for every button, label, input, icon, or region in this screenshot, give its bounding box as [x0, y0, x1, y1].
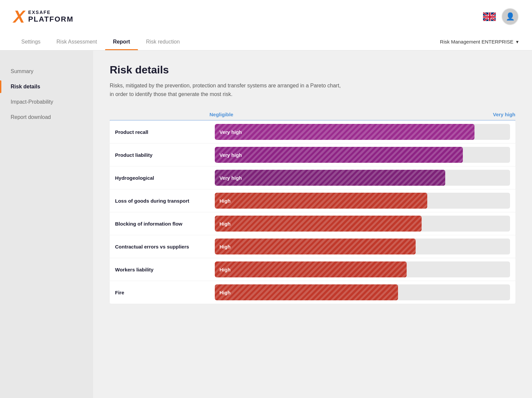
row-label-workers-liability: Workers liability — [115, 267, 215, 272]
nav-left: Settings Risk Assessment Report Risk red… — [13, 33, 188, 50]
bar-wrapper: High — [215, 239, 510, 254]
logo-area: X EXSAFE PLATFORM — [13, 8, 73, 25]
row-label-contractual-errors: Contractual errors vs suppliers — [115, 244, 215, 249]
bar-label-loss-goods: High — [219, 198, 230, 204]
logo-exsafe-label: EXSAFE — [28, 10, 74, 15]
chart-row: Contractual errors vs suppliers High — [110, 235, 515, 258]
bar-wrapper: High — [215, 284, 510, 300]
chart-row: Blocking of information flow High — [110, 212, 515, 235]
bar-wrapper: Very high — [215, 124, 510, 140]
sidebar: Summary Risk details Impact-Probability … — [0, 50, 93, 398]
row-label-loss-goods: Loss of goods during transport — [115, 198, 215, 204]
bar-blocking-info: High — [215, 216, 422, 232]
sidebar-item-report-download[interactable]: Report download — [0, 110, 93, 125]
chart-row: Product recall Very high — [110, 121, 515, 144]
bar-area-product-liability: Very high — [215, 147, 510, 163]
chart-row: Workers liability High — [110, 258, 515, 281]
row-label-fire: Fire — [115, 290, 215, 295]
header-right: 👤 — [483, 8, 519, 25]
axis-label-right: Very high — [493, 112, 515, 117]
bar-area-contractual-errors: High — [215, 239, 510, 254]
logo-x-icon: X — [13, 8, 25, 25]
content-area: Risk details Risks, mitigated by the pre… — [93, 50, 532, 398]
row-label-blocking-info: Blocking of information flow — [115, 221, 215, 227]
nav-item-report[interactable]: Report — [105, 33, 138, 50]
chart-row: Hydrogeological Very high — [110, 166, 515, 189]
bar-wrapper: High — [215, 216, 510, 232]
row-label-product-liability: Product liability — [115, 152, 215, 158]
bar-wrapper: Very high — [215, 147, 510, 163]
chart-row: Fire High — [110, 281, 515, 304]
bar-wrapper: High — [215, 261, 510, 277]
main-layout: Summary Risk details Impact-Probability … — [0, 50, 532, 398]
row-label-product-recall: Product recall — [115, 129, 215, 135]
bar-label-product-liability: Very high — [219, 152, 242, 158]
nav-item-risk-reduction[interactable]: Risk reduction — [138, 33, 188, 50]
bar-area-product-recall: Very high — [215, 124, 510, 140]
enterprise-dropdown[interactable]: Risk Management ENTERPRISE — [440, 39, 519, 45]
bar-contractual-errors: High — [215, 239, 416, 254]
axis-label-left: Negligible — [209, 112, 233, 117]
logo-text: EXSAFE PLATFORM — [28, 10, 74, 23]
page-title: Risk details — [110, 64, 515, 76]
bar-area-hydrogeological: Very high — [215, 170, 510, 186]
sidebar-item-impact-probability[interactable]: Impact-Probability — [0, 94, 93, 110]
bar-product-recall: Very high — [215, 124, 474, 140]
language-flag-icon[interactable] — [483, 12, 496, 21]
row-label-hydrogeological: Hydrogeological — [115, 175, 215, 181]
chart-row: Product liability Very high — [110, 144, 515, 166]
header: X EXSAFE PLATFORM 👤 — [0, 0, 532, 33]
enterprise-label: Risk Management ENTERPRISE — [440, 39, 513, 45]
bar-loss-goods: High — [215, 193, 427, 209]
bar-workers-liability: High — [215, 261, 407, 277]
nav: Settings Risk Assessment Report Risk red… — [0, 33, 532, 50]
bar-label-workers-liability: High — [219, 267, 230, 272]
bar-hydrogeological: Very high — [215, 170, 445, 186]
bar-label-contractual-errors: High — [219, 244, 230, 249]
bar-label-blocking-info: High — [219, 221, 230, 227]
chart-row: Loss of goods during transport High — [110, 189, 515, 212]
bar-area-workers-liability: High — [215, 261, 510, 277]
bar-area-blocking-info: High — [215, 216, 510, 232]
bar-label-fire: High — [219, 290, 230, 295]
nav-item-settings[interactable]: Settings — [13, 33, 49, 50]
bar-fire: High — [215, 284, 398, 300]
logo-platform-label: PLATFORM — [28, 15, 74, 23]
bar-product-liability: Very high — [215, 147, 463, 163]
bar-wrapper: High — [215, 193, 510, 209]
sidebar-item-risk-details[interactable]: Risk details — [0, 79, 93, 94]
bar-label-hydrogeological: Very high — [219, 175, 242, 181]
chart-axis-labels: Negligible Very high — [209, 112, 515, 120]
bar-area-loss-goods: High — [215, 193, 510, 209]
sidebar-item-summary[interactable]: Summary — [0, 64, 93, 79]
bar-label-product-recall: Very high — [219, 129, 242, 135]
chart-container: Negligible Very high Product recall Very… — [110, 112, 515, 304]
nav-item-risk-assessment[interactable]: Risk Assessment — [49, 33, 105, 50]
chart-body: Product recall Very high Product liabili… — [110, 121, 515, 304]
avatar[interactable]: 👤 — [501, 8, 519, 25]
bar-wrapper: Very high — [215, 170, 510, 186]
bar-area-fire: High — [215, 284, 510, 300]
page-description: Risks, mitigated by the prevention, prot… — [110, 81, 342, 98]
